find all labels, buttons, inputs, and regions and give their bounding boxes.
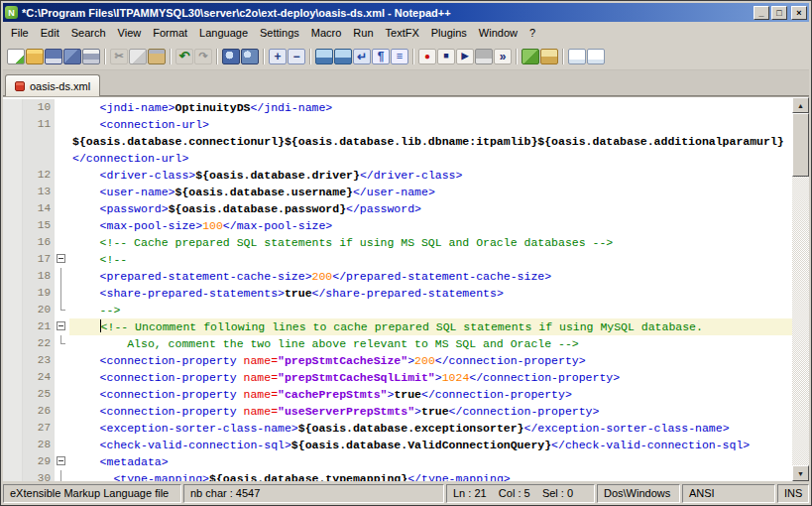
word-wrap-icon[interactable]: ↵ xyxy=(353,49,371,64)
bookmark-margin[interactable] xyxy=(3,386,23,403)
code-line[interactable]: <!-- Cache prepared SQL statements if us… xyxy=(69,234,792,251)
doc-icon-2[interactable] xyxy=(587,49,605,64)
minimize-button[interactable]: _ xyxy=(754,6,769,20)
bookmark-margin[interactable] xyxy=(3,318,23,335)
menu-item-format[interactable]: Format xyxy=(147,25,193,41)
bookmark-margin[interactable] xyxy=(3,200,23,217)
bookmark-margin[interactable] xyxy=(3,234,23,251)
code-line[interactable]: <!-- Uncomment following lines to cache … xyxy=(69,318,792,335)
code-line[interactable]: Also, comment the two line above relevan… xyxy=(69,335,792,352)
code-line[interactable]: <prepared-statement-cache-size>200</prep… xyxy=(69,268,792,285)
code-line[interactable]: <metadata> xyxy=(69,453,792,470)
scroll-up-arrow-icon[interactable]: ▲ xyxy=(792,97,809,113)
code-line[interactable]: <jndi-name>OptinuityDS</jndi-name> xyxy=(69,99,792,116)
tab-oasis-ds-xml[interactable]: oasis-ds.xml xyxy=(5,74,100,96)
fold-collapse-icon[interactable] xyxy=(57,321,65,330)
new-file-icon[interactable] xyxy=(7,49,25,64)
bookmark-margin[interactable] xyxy=(3,268,23,285)
bookmark-margin[interactable] xyxy=(3,99,23,116)
fold-collapse-icon[interactable] xyxy=(57,254,65,263)
vertical-scrollbar[interactable]: ▲ ▼ xyxy=(792,97,809,481)
maximize-button[interactable]: □ xyxy=(771,6,787,20)
scroll-down-arrow-icon[interactable]: ▼ xyxy=(792,465,809,481)
open-file-icon[interactable] xyxy=(26,49,44,64)
code-line[interactable]: <exception-sorter-class-name>${oasis.dat… xyxy=(69,420,792,437)
bookmark-margin[interactable] xyxy=(3,251,23,268)
menu-item-plugins[interactable]: Plugins xyxy=(425,25,473,41)
code-line[interactable]: <!-- xyxy=(69,251,792,268)
title-bar[interactable]: N *C:\Program Files\ITPAMMYSQL30\server\… xyxy=(3,3,809,22)
menu-item-file[interactable]: File xyxy=(5,25,35,41)
code-line[interactable]: ${oasis.database.connectionurl}${oasis.d… xyxy=(69,133,792,150)
menu-item-edit[interactable]: Edit xyxy=(35,25,65,41)
bookmark-margin[interactable] xyxy=(3,184,23,200)
bookmark-margin[interactable] xyxy=(3,116,23,133)
replace-icon[interactable] xyxy=(241,49,259,64)
code-line[interactable]: --> xyxy=(69,302,792,318)
code-line[interactable]: <share-prepared-statements>true</share-p… xyxy=(69,285,792,302)
indent-guide-icon[interactable]: ≡ xyxy=(391,49,408,64)
bookmark-margin[interactable] xyxy=(3,150,23,167)
code-line[interactable]: <connection-property name="prepStmtCache… xyxy=(69,369,792,386)
show-all-chars-icon[interactable]: ¶ xyxy=(372,49,390,64)
menu-item-textfx[interactable]: TextFX xyxy=(380,25,425,41)
sync-vertical-scroll-icon[interactable] xyxy=(315,49,333,64)
bookmark-margin[interactable] xyxy=(3,453,23,470)
bookmark-margin[interactable] xyxy=(3,470,23,481)
bookmark-margin[interactable] xyxy=(3,285,23,302)
menu-item-window[interactable]: Window xyxy=(473,25,523,41)
cut-icon[interactable]: ✂ xyxy=(110,49,128,64)
bookmark-margin[interactable] xyxy=(3,167,23,184)
record-macro-icon[interactable]: ● xyxy=(418,49,436,64)
sync-horizontal-scroll-icon[interactable] xyxy=(334,49,352,64)
bookmark-margin[interactable] xyxy=(3,403,23,420)
bookmark-margin[interactable] xyxy=(3,369,23,386)
menu-item-language[interactable]: Language xyxy=(193,25,254,41)
redo-icon[interactable]: ↷ xyxy=(194,49,212,64)
scrollbar-track[interactable] xyxy=(792,113,809,465)
play-macro-icon[interactable]: ▶ xyxy=(456,49,474,64)
zoom-in-icon[interactable]: + xyxy=(269,49,287,64)
scrollbar-thumb[interactable] xyxy=(792,113,809,177)
bookmark-margin[interactable] xyxy=(3,302,23,318)
bookmark-margin[interactable] xyxy=(3,437,23,453)
save-all-icon[interactable] xyxy=(63,49,81,64)
bookmark-margin[interactable] xyxy=(3,217,23,234)
run-macro-multiple-icon[interactable]: » xyxy=(494,49,512,64)
print-icon[interactable] xyxy=(82,49,100,64)
menu-item-settings[interactable]: Settings xyxy=(254,25,305,41)
close-button[interactable]: × xyxy=(791,6,807,20)
menu-item-search[interactable]: Search xyxy=(65,25,112,41)
save-icon[interactable] xyxy=(45,49,62,64)
bookmark-margin[interactable] xyxy=(3,352,23,369)
save-macro-icon[interactable] xyxy=(475,49,493,64)
copy-icon[interactable] xyxy=(129,49,147,64)
code-line[interactable]: <type-mapping>${oasis.database.typemappi… xyxy=(69,470,792,481)
plugin-icon-2[interactable] xyxy=(540,49,558,64)
menu-item-run[interactable]: Run xyxy=(347,25,379,41)
code-line[interactable]: <max-pool-size>100</max-pool-size> xyxy=(69,217,792,234)
code-line[interactable]: <connection-url> xyxy=(69,116,792,133)
bookmark-margin[interactable] xyxy=(3,335,23,352)
menu-item-help[interactable]: ? xyxy=(523,25,541,41)
code-line[interactable]: <check-valid-connection-sql>${oasis.data… xyxy=(69,437,792,453)
paste-icon[interactable] xyxy=(148,49,166,64)
fold-collapse-icon[interactable] xyxy=(57,456,65,465)
editor-content[interactable]: 10 <jndi-name>OptinuityDS</jndi-name>11 … xyxy=(3,97,792,481)
code-line[interactable]: <driver-class>${oasis.database.driver}</… xyxy=(69,167,792,184)
menu-item-macro[interactable]: Macro xyxy=(305,25,348,41)
plugin-icon-1[interactable] xyxy=(522,49,539,64)
bookmark-margin[interactable] xyxy=(3,133,23,150)
code-line[interactable]: <connection-property name="prepStmtCache… xyxy=(69,352,792,369)
doc-icon-1[interactable] xyxy=(568,49,586,64)
find-icon[interactable] xyxy=(222,49,240,64)
stop-macro-icon[interactable]: ■ xyxy=(437,49,455,64)
code-line[interactable]: <password>${oasis.database.password}</pa… xyxy=(69,200,792,217)
code-line[interactable]: </connection-url> xyxy=(69,150,792,167)
menu-item-view[interactable]: View xyxy=(112,25,148,41)
bookmark-margin[interactable] xyxy=(3,420,23,437)
code-line[interactable]: <connection-property name="useServerPrep… xyxy=(69,403,792,420)
zoom-out-icon[interactable]: − xyxy=(288,49,305,64)
code-line[interactable]: <user-name>${oasis.database.username}</u… xyxy=(69,184,792,200)
undo-icon[interactable]: ↶ xyxy=(175,49,193,64)
